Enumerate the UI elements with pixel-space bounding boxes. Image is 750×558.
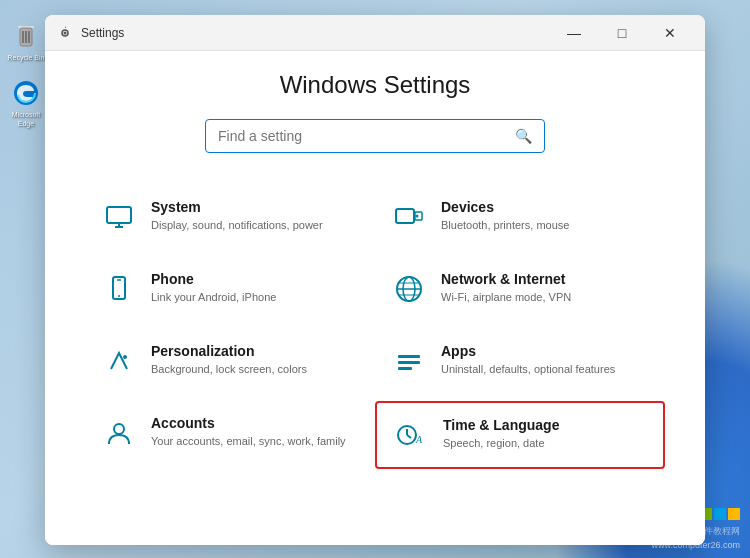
desktop-icons: Recycle Bin Microsoft Edge [5, 20, 47, 128]
svg-rect-25 [398, 367, 412, 370]
setting-item-personalization[interactable]: Personalization Background, lock screen,… [85, 329, 375, 393]
settings-app-icon [57, 25, 73, 41]
page-title: Windows Settings [85, 71, 665, 99]
accounts-icon [101, 415, 137, 451]
time-language-icon: A [393, 417, 429, 453]
apps-desc: Uninstall, defaults, optional features [441, 362, 649, 377]
time-language-desc: Speech, region, date [443, 436, 647, 451]
edge-icon[interactable]: Microsoft Edge [5, 77, 47, 128]
desktop: Recycle Bin Microsoft Edge 电脑软硬件教程网 www.… [0, 0, 750, 558]
search-bar[interactable]: 🔍 [205, 119, 545, 153]
minimize-button[interactable]: — [551, 15, 597, 51]
setting-item-accounts[interactable]: Accounts Your accounts, email, sync, wor… [85, 401, 375, 469]
svg-line-29 [407, 435, 411, 438]
network-icon [391, 271, 427, 307]
personalization-name: Personalization [151, 343, 359, 359]
personalization-icon [101, 343, 137, 379]
maximize-button[interactable]: □ [599, 15, 645, 51]
accounts-desc: Your accounts, email, sync, work, family [151, 434, 359, 449]
phone-icon [101, 271, 137, 307]
svg-point-13 [416, 215, 419, 218]
devices-icon [391, 199, 427, 235]
svg-point-7 [64, 31, 67, 34]
settings-content: Windows Settings 🔍 System Display, sound… [45, 51, 705, 545]
personalization-desc: Background, lock screen, colors [151, 362, 359, 377]
devices-name: Devices [441, 199, 649, 215]
window-controls: — □ ✕ [551, 15, 693, 51]
setting-item-network[interactable]: Network & Internet Wi-Fi, airplane mode,… [375, 257, 665, 321]
search-icon: 🔍 [515, 128, 532, 144]
apps-icon [391, 343, 427, 379]
setting-item-system[interactable]: System Display, sound, notifications, po… [85, 185, 375, 249]
svg-rect-23 [398, 355, 420, 358]
title-bar: Settings — □ ✕ [45, 15, 705, 51]
network-desc: Wi-Fi, airplane mode, VPN [441, 290, 649, 305]
setting-item-phone[interactable]: Phone Link your Android, iPhone [85, 257, 375, 321]
time-language-name: Time & Language [443, 417, 647, 433]
phone-desc: Link your Android, iPhone [151, 290, 359, 305]
recycle-bin-label: Recycle Bin [8, 54, 45, 62]
search-input[interactable] [218, 128, 515, 144]
settings-grid: System Display, sound, notifications, po… [85, 185, 665, 469]
system-icon [101, 199, 137, 235]
accounts-name: Accounts [151, 415, 359, 431]
window-title: Settings [81, 26, 551, 40]
setting-item-apps[interactable]: Apps Uninstall, defaults, optional featu… [375, 329, 665, 393]
close-button[interactable]: ✕ [647, 15, 693, 51]
svg-point-22 [123, 355, 127, 359]
edge-label: Microsoft Edge [5, 111, 47, 128]
settings-window: Settings — □ ✕ Windows Settings 🔍 System… [45, 15, 705, 545]
svg-rect-24 [398, 361, 420, 364]
network-name: Network & Internet [441, 271, 649, 287]
devices-desc: Bluetooth, printers, mouse [441, 218, 649, 233]
setting-item-devices[interactable]: Devices Bluetooth, printers, mouse [375, 185, 665, 249]
svg-rect-8 [107, 207, 131, 223]
svg-point-26 [114, 424, 124, 434]
svg-rect-11 [396, 209, 414, 223]
recycle-bin-icon[interactable]: Recycle Bin [5, 20, 47, 62]
svg-text:A: A [415, 434, 423, 445]
setting-item-time-language[interactable]: A Time & Language Speech, region, date [375, 401, 665, 469]
system-desc: Display, sound, notifications, power [151, 218, 359, 233]
svg-point-15 [118, 295, 120, 297]
apps-name: Apps [441, 343, 649, 359]
system-name: System [151, 199, 359, 215]
phone-name: Phone [151, 271, 359, 287]
